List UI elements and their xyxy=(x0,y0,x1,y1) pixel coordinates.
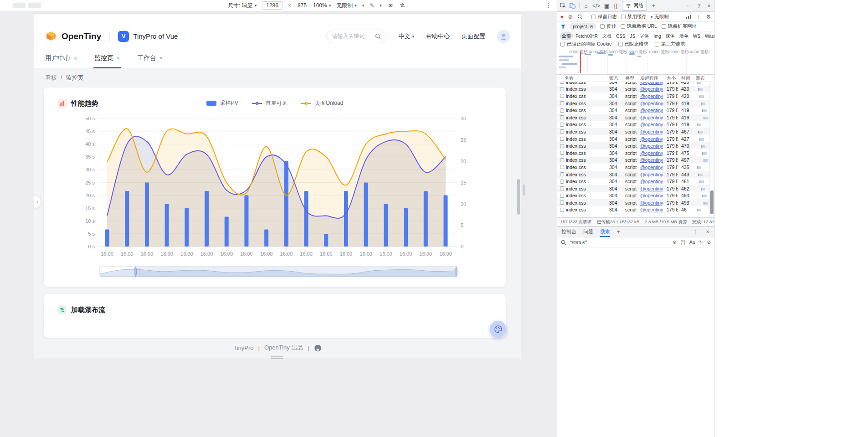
blocked-checkbox[interactable]: 已阻止的响应 Cookie xyxy=(560,41,612,47)
request-initiator-link[interactable]: @opentiny v xyxy=(637,86,663,92)
legend-item[interactable]: 采样PV xyxy=(206,99,238,107)
datazoom-slider[interactable] xyxy=(99,266,457,277)
eye-icon[interactable] xyxy=(387,3,394,8)
close-devtools-icon[interactable]: × xyxy=(706,3,712,9)
column-header[interactable]: 发起程序 xyxy=(637,75,663,82)
request-initiator-link[interactable]: @opentiny v xyxy=(637,143,663,149)
bar[interactable] xyxy=(165,204,169,247)
request-initiator-link[interactable]: @opentiny v xyxy=(637,122,663,127)
page-tab[interactable]: 工作台× xyxy=(137,49,163,68)
type-filter-pill[interactable]: 全部 xyxy=(560,32,573,40)
clear-search-icon[interactable]: ⊗ xyxy=(673,240,676,245)
help-icon[interactable]: ? xyxy=(696,3,702,9)
request-row[interactable]: index.css304script@opentiny v179 B419 xyxy=(557,114,714,121)
clear-results-icon[interactable]: ⊘ xyxy=(707,240,711,245)
type-filter-pill[interactable]: 文档 xyxy=(601,32,613,40)
legend-item[interactable]: 页面Onload xyxy=(301,99,344,107)
clear-filter-icon[interactable]: ⊗ xyxy=(590,24,593,29)
page-scrollbar[interactable] xyxy=(517,179,520,215)
bar[interactable] xyxy=(125,191,129,247)
request-initiator-link[interactable]: @opentiny v xyxy=(637,172,663,177)
filter-icon[interactable] xyxy=(560,24,566,29)
request-initiator-link[interactable]: @opentiny v xyxy=(637,115,663,120)
request-initiator-link[interactable]: @opentiny v xyxy=(637,82,663,85)
device-toolbar-icon[interactable] xyxy=(570,3,575,9)
request-initiator-link[interactable]: @opentiny v xyxy=(637,129,663,134)
request-row[interactable]: index.css304script@opentiny v179 B419 xyxy=(557,107,714,114)
console-panel-icon[interactable]: ▣ xyxy=(604,3,609,9)
regex-toggle[interactable]: (*) xyxy=(680,240,685,245)
tab-close-icon[interactable]: × xyxy=(159,55,163,62)
inspect-icon[interactable] xyxy=(560,3,566,9)
request-row[interactable]: index.css304script@opentiny v179 B497 xyxy=(557,157,714,164)
requests-scrollbar-thumb[interactable] xyxy=(710,190,714,214)
disable-cache-checkbox[interactable]: 禁用缓存 xyxy=(621,14,647,20)
request-row[interactable]: index.css304script@opentiny v179 B493 xyxy=(557,199,714,206)
column-header[interactable]: 状态 xyxy=(606,75,621,82)
request-row[interactable]: index.css304script@opentiny v179 B435 xyxy=(557,164,714,171)
match-case-toggle[interactable]: Aa xyxy=(689,240,695,245)
type-filter-pill[interactable]: Wasm xyxy=(703,33,714,40)
viewport-height-input[interactable]: 875 xyxy=(297,2,308,9)
drawer-kebab-icon[interactable]: ⋮ xyxy=(693,229,698,235)
user-avatar[interactable] xyxy=(497,30,510,43)
request-initiator-link[interactable]: @opentiny v xyxy=(637,207,663,212)
home-panel-icon[interactable]: ⌂ xyxy=(583,3,589,9)
viewport-width-input[interactable]: 1286 xyxy=(262,1,282,10)
filter-checkbox[interactable]: 反转 xyxy=(600,23,616,30)
network-settings-icon[interactable]: ⚙ xyxy=(706,14,711,20)
type-filter-pill[interactable]: Fetch/XHR xyxy=(574,33,600,40)
request-row[interactable]: index.css304script@opentiny v179 B419 xyxy=(557,121,714,129)
preserve-log-checkbox[interactable]: 保留日志 xyxy=(591,14,617,20)
caret-down-icon[interactable]: ▾ xyxy=(380,3,382,8)
request-initiator-link[interactable]: @opentiny v xyxy=(637,193,663,198)
elements-panel-icon[interactable]: </> xyxy=(592,3,600,9)
bar[interactable] xyxy=(105,230,109,247)
page-tab[interactable]: 监控页× xyxy=(94,49,120,68)
search-network-icon[interactable] xyxy=(577,14,583,20)
bar[interactable] xyxy=(344,191,348,247)
type-filter-pill[interactable]: 媒体 xyxy=(664,32,677,40)
type-filter-pill[interactable]: 字体 xyxy=(638,32,651,40)
more-tabs-icon[interactable]: + xyxy=(651,3,656,9)
request-row[interactable]: index.css304script@opentiny v179 B419 xyxy=(557,100,714,107)
blocked-checkbox[interactable]: 第三方请求 xyxy=(655,41,685,47)
caret-down-icon[interactable]: ▾ xyxy=(362,3,365,8)
filter-checkbox[interactable]: 隐藏扩展网址 xyxy=(662,23,697,30)
rotate-icon[interactable] xyxy=(399,3,406,8)
request-initiator-link[interactable]: @opentiny v xyxy=(637,165,663,170)
viewport-resize-handle-bottom[interactable] xyxy=(271,356,283,359)
drawer-search-input[interactable]: "status" xyxy=(570,240,587,245)
zoom-select[interactable]: 100% ▾ xyxy=(313,2,331,9)
bar[interactable] xyxy=(324,234,328,247)
type-filter-pill[interactable]: JS xyxy=(628,33,637,40)
request-initiator-link[interactable]: @opentiny v xyxy=(637,101,663,106)
request-row[interactable]: index.css304script@opentiny v179 B467 xyxy=(557,128,714,135)
language-select[interactable]: 中文 ▾ xyxy=(398,32,414,41)
keyword-search-input[interactable]: 请输入关键词 xyxy=(326,30,386,43)
tab-close-icon[interactable]: × xyxy=(74,55,77,62)
drawer-tab[interactable]: 控制台 xyxy=(561,226,576,237)
bar[interactable] xyxy=(404,208,408,247)
tab-close-icon[interactable]: × xyxy=(117,55,120,62)
close-drawer-icon[interactable]: × xyxy=(705,229,710,235)
bar[interactable] xyxy=(284,161,288,247)
column-header[interactable]: 时间 xyxy=(678,75,692,82)
request-row[interactable]: index.css304script@opentiny v179 B427 xyxy=(557,135,714,143)
record-network-log-icon[interactable]: ● xyxy=(560,14,564,19)
edit-icon[interactable]: ✎ xyxy=(370,2,374,9)
bar[interactable] xyxy=(264,230,268,247)
request-row[interactable]: index.css304script@opentiny v179 B46 xyxy=(557,206,714,214)
kebab-menu-icon[interactable]: ⋯ xyxy=(686,3,692,9)
request-row[interactable]: index.css304script@opentiny v179 B420 xyxy=(557,82,714,86)
bar[interactable] xyxy=(145,183,149,247)
bar[interactable] xyxy=(444,195,448,247)
page-config-link[interactable]: 页面配置 xyxy=(462,32,485,41)
filter-chip[interactable]: project ⊗ xyxy=(570,23,596,30)
viewport-resize-handle-right[interactable] xyxy=(523,185,525,195)
datazoom-right-handle[interactable] xyxy=(455,268,457,275)
request-initiator-link[interactable]: @opentiny v xyxy=(637,157,663,163)
add-drawer-tab-icon[interactable]: + xyxy=(617,228,621,235)
column-header[interactable]: 瀑布 xyxy=(692,75,714,82)
sources-panel-icon[interactable]: {} xyxy=(613,3,618,9)
